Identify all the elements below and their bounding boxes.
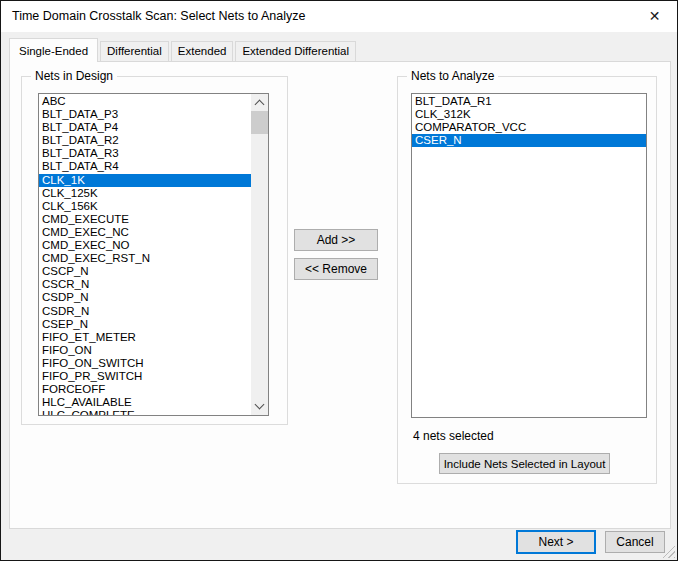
scroll-thumb[interactable] xyxy=(251,111,268,134)
list-item[interactable]: HLC_COMPLETE xyxy=(39,409,251,416)
list-item[interactable]: BLT_DATA_P4 xyxy=(39,121,251,134)
nets-selected-status: 4 nets selected xyxy=(413,429,494,443)
tab-extended[interactable]: Extended xyxy=(171,41,234,61)
list-item[interactable]: FORCEOFF xyxy=(39,383,251,396)
remove-button[interactable]: << Remove xyxy=(294,258,378,280)
tab-label: Extended Differential xyxy=(242,45,349,57)
list-item[interactable]: BLT_DATA_R3 xyxy=(39,147,251,160)
list-item[interactable]: CSEP_N xyxy=(39,318,251,331)
list-item[interactable]: CLK_312K xyxy=(412,108,646,121)
nets-to-analyze-list[interactable]: BLT_DATA_R1CLK_312KCOMPARATOR_VCCCSER_N xyxy=(411,93,647,418)
list-item[interactable]: FIFO_ON xyxy=(39,344,251,357)
cancel-button[interactable]: Cancel xyxy=(605,531,665,553)
list-item[interactable]: CSCP_N xyxy=(39,265,251,278)
tab-single-ended[interactable]: Single-Ended xyxy=(9,38,98,62)
tab-differential[interactable]: Differential xyxy=(100,41,169,61)
list-item[interactable]: ABC xyxy=(39,95,251,108)
list-item[interactable]: FIFO_PR_SWITCH xyxy=(39,370,251,383)
list-item[interactable]: CMD_EXEC_NO xyxy=(39,239,251,252)
add-button[interactable]: Add >> xyxy=(294,229,378,251)
list-item[interactable]: BLT_DATA_R1 xyxy=(412,95,646,108)
scrollbar[interactable] xyxy=(251,94,268,415)
dialog: Time Domain Crosstalk Scan: Select Nets … xyxy=(0,0,678,561)
nets-to-analyze-label: Nets to Analyze xyxy=(407,69,498,84)
nets-in-design-items: ABCBLT_DATA_P3BLT_DATA_P4BLT_DATA_R2BLT_… xyxy=(39,95,251,416)
window-title: Time Domain Crosstalk Scan: Select Nets … xyxy=(12,1,305,32)
nets-to-analyze-items: BLT_DATA_R1CLK_312KCOMPARATOR_VCCCSER_N xyxy=(412,95,646,147)
scroll-down-button[interactable] xyxy=(251,398,268,415)
tab-label: Extended xyxy=(178,45,227,57)
tab-label: Single-Ended xyxy=(19,45,88,57)
list-item[interactable]: CMD_EXEC_NC xyxy=(39,226,251,239)
chevron-down-icon xyxy=(255,400,265,410)
list-item[interactable]: CSCR_N xyxy=(39,278,251,291)
list-item[interactable]: CLK_1K xyxy=(39,174,251,187)
list-item[interactable]: COMPARATOR_VCC xyxy=(412,121,646,134)
list-item[interactable]: FIFO_ET_METER xyxy=(39,331,251,344)
titlebar: Time Domain Crosstalk Scan: Select Nets … xyxy=(1,1,677,32)
list-item[interactable]: FIFO_ON_SWITCH xyxy=(39,357,251,370)
list-item[interactable]: BLT_DATA_R2 xyxy=(39,134,251,147)
list-item[interactable]: BLT_DATA_P3 xyxy=(39,108,251,121)
list-item[interactable]: CSDR_N xyxy=(39,305,251,318)
tabstrip: Single-Ended Differential Extended Exten… xyxy=(9,41,358,61)
next-button[interactable]: Next > xyxy=(516,530,596,554)
list-item[interactable]: CSER_N xyxy=(412,134,646,147)
scroll-up-button[interactable] xyxy=(251,94,268,111)
list-item[interactable]: BLT_DATA_R4 xyxy=(39,160,251,173)
tab-label: Differential xyxy=(107,45,162,57)
list-item[interactable]: CLK_125K xyxy=(39,187,251,200)
list-item[interactable]: CMD_EXEC_RST_N xyxy=(39,252,251,265)
list-item[interactable]: HLC_AVAILABLE xyxy=(39,396,251,409)
include-nets-button[interactable]: Include Nets Selected in Layout xyxy=(439,453,610,474)
close-button[interactable]: ✕ xyxy=(632,1,677,31)
nets-in-design-label: Nets in Design xyxy=(31,69,117,84)
nets-in-design-list[interactable]: ABCBLT_DATA_P3BLT_DATA_P4BLT_DATA_R2BLT_… xyxy=(38,93,269,416)
tab-extended-differential[interactable]: Extended Differential xyxy=(235,41,356,61)
close-icon: ✕ xyxy=(649,8,661,24)
chevron-up-icon xyxy=(255,100,265,110)
list-item[interactable]: CLK_156K xyxy=(39,200,251,213)
list-item[interactable]: CMD_EXECUTE xyxy=(39,213,251,226)
list-item[interactable]: CSDP_N xyxy=(39,291,251,304)
